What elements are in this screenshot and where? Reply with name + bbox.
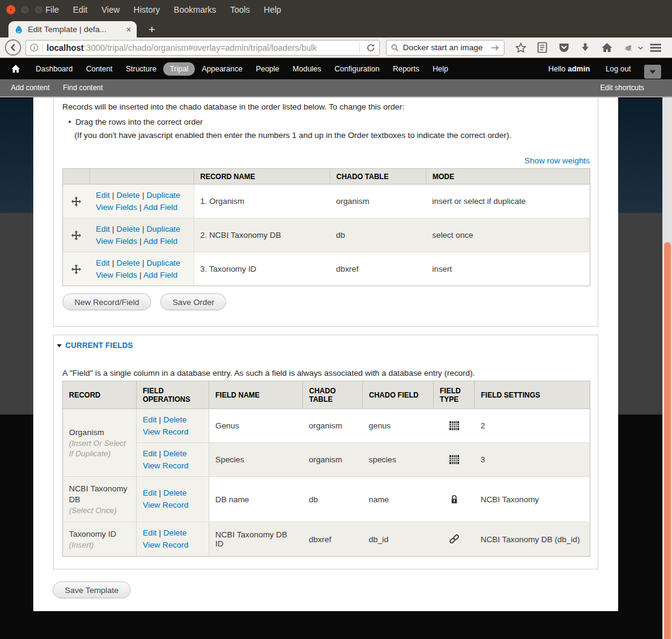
header-record: RECORD	[63, 381, 137, 409]
delete-link[interactable]: Delete	[163, 415, 187, 424]
addon-icon[interactable]	[619, 39, 638, 56]
record-cell: Organism (Insert Or Select If Duplicate)	[63, 409, 137, 477]
chado-table-cell: organism	[303, 409, 363, 443]
edit-link[interactable]: Edit	[143, 488, 157, 497]
menu-file[interactable]: File	[45, 5, 59, 15]
menu-bookmarks[interactable]: Bookmarks	[174, 5, 216, 15]
window-close-button[interactable]: •	[6, 5, 16, 15]
chado-field-cell: db_id	[363, 522, 434, 557]
admin-item-reports[interactable]: Reports	[386, 62, 426, 76]
admin-item-people[interactable]: People	[249, 62, 286, 76]
tab-bar: Edit Template | defa... × +	[0, 19, 672, 38]
view-record-link[interactable]: View Record	[143, 540, 189, 549]
fields-description: A "Field" is a single column in a databa…	[62, 369, 475, 378]
add-field-link[interactable]: Add Field	[143, 203, 178, 212]
window-minimize-button[interactable]: −	[20, 5, 30, 15]
duplicate-link[interactable]: Duplicate	[146, 191, 180, 200]
edit-link[interactable]: Edit	[96, 191, 110, 200]
scrollbar-thumb[interactable]	[664, 242, 671, 639]
admin-item-dashboard[interactable]: Dashboard	[29, 62, 79, 76]
toolbar-toggle-button[interactable]	[644, 65, 661, 79]
pocket-icon[interactable]	[555, 39, 573, 56]
url-text[interactable]: localhost:3000/tripal/chado/organism#ove…	[47, 43, 356, 53]
header-field-name: FIELD NAME	[209, 381, 303, 409]
menu-tools[interactable]: Tools	[230, 5, 250, 15]
search-input[interactable]: Docker start an image	[403, 43, 488, 52]
admin-home-icon[interactable]	[11, 64, 21, 73]
info-icon[interactable]	[30, 43, 39, 52]
logout-link[interactable]: Log out	[605, 65, 639, 73]
drag-handle-icon[interactable]	[63, 218, 90, 252]
delete-link[interactable]: Delete	[163, 528, 187, 537]
view-record-link[interactable]: View Record	[143, 500, 189, 510]
search-bar[interactable]: Docker start an image	[386, 40, 504, 56]
edit-link[interactable]: Edit	[143, 415, 157, 424]
view-record-link[interactable]: View Record	[143, 427, 189, 436]
save-template-button[interactable]: Save Template	[53, 582, 131, 598]
menu-history[interactable]: History	[134, 5, 160, 15]
delete-link[interactable]: Delete	[117, 224, 140, 234]
save-order-button[interactable]: Save Order	[160, 293, 226, 310]
admin-item-help[interactable]: Help	[426, 62, 455, 76]
hamburger-icon[interactable]	[647, 39, 665, 56]
view-fields-link[interactable]: View Fields	[96, 270, 137, 280]
records-bullet-note: (If you don't have javascript enabled th…	[74, 131, 511, 140]
drag-handle-icon[interactable]	[63, 252, 90, 286]
browser-tab[interactable]: Edit Template | defa... ×	[8, 21, 137, 38]
reading-list-icon[interactable]	[533, 39, 552, 56]
star-icon[interactable]	[512, 39, 530, 56]
view-fields-link[interactable]: View Fields	[96, 203, 137, 212]
field-settings-cell: 3	[475, 443, 590, 477]
table-row: NCBI Taxonomy DB (Select Once) Edit | De…	[63, 477, 590, 522]
mode-cell: insert or select if duplicate	[426, 185, 590, 218]
admin-item-content[interactable]: Content	[79, 62, 119, 76]
add-field-link[interactable]: Add Field	[143, 270, 178, 280]
duplicate-link[interactable]: Duplicate	[146, 258, 180, 267]
admin-item-configuration[interactable]: Configuration	[328, 62, 386, 76]
download-icon[interactable]	[576, 39, 595, 56]
shortcut-find-content[interactable]: Find content	[63, 84, 103, 92]
delete-link[interactable]: Delete	[117, 191, 140, 200]
edit-link[interactable]: Edit	[143, 449, 157, 458]
show-row-weights-link[interactable]: Show row weights	[524, 156, 590, 165]
url-divider-2	[359, 43, 360, 53]
delete-link[interactable]: Delete	[163, 449, 187, 458]
edit-link[interactable]: Edit	[96, 224, 110, 234]
delete-link[interactable]: Delete	[163, 488, 187, 497]
edit-shortcuts-link[interactable]: Edit shortcuts	[600, 84, 644, 92]
menu-help[interactable]: Help	[264, 5, 281, 15]
new-record-field-button[interactable]: New Record/Field	[62, 293, 151, 310]
reload-icon[interactable]	[366, 43, 376, 53]
shortcut-add-content[interactable]: Add content	[11, 84, 50, 92]
scrollbar-track[interactable]	[662, 97, 672, 639]
header-record-name: RECORD NAME	[194, 169, 330, 185]
view-record-link[interactable]: View Record	[143, 461, 189, 470]
home-icon[interactable]	[598, 39, 616, 56]
menu-view[interactable]: View	[102, 5, 120, 15]
go-arrow-icon[interactable]	[491, 44, 500, 51]
tab-close-icon[interactable]: ×	[126, 25, 131, 34]
edit-link[interactable]: Edit	[143, 528, 157, 537]
chevron-down-icon[interactable]	[638, 45, 644, 50]
url-bar[interactable]: localhost:3000/tripal/chado/organism#ove…	[25, 40, 380, 56]
back-button[interactable]	[5, 39, 21, 56]
view-fields-link[interactable]: View Fields	[96, 237, 137, 246]
delete-link[interactable]: Delete	[117, 258, 140, 267]
drupal-admin-toolbar: Dashboard Content Structure Tripal Appea…	[0, 58, 672, 79]
admin-item-modules[interactable]: Modules	[286, 62, 328, 76]
menu-edit[interactable]: Edit	[73, 5, 88, 15]
edit-link[interactable]: Edit	[96, 258, 110, 267]
new-tab-button[interactable]: +	[144, 22, 160, 37]
drag-handle-icon[interactable]	[63, 185, 90, 218]
header-chado-table: CHADO TABLE	[330, 169, 426, 185]
duplicate-link[interactable]: Duplicate	[146, 224, 180, 234]
window-maximize-button[interactable]: ▫	[34, 5, 44, 15]
admin-item-appearance[interactable]: Appearance	[195, 62, 249, 76]
current-fields-legend[interactable]: CURRENT FIELDS	[57, 341, 133, 350]
overlay-panel: Records will be inserted into the chado …	[33, 97, 618, 611]
add-field-link[interactable]: Add Field	[143, 237, 178, 246]
admin-item-structure[interactable]: Structure	[119, 62, 163, 76]
tab-title: Edit Template | defa...	[28, 25, 122, 34]
admin-item-tripal[interactable]: Tripal	[163, 62, 195, 76]
username: admin	[567, 65, 590, 73]
